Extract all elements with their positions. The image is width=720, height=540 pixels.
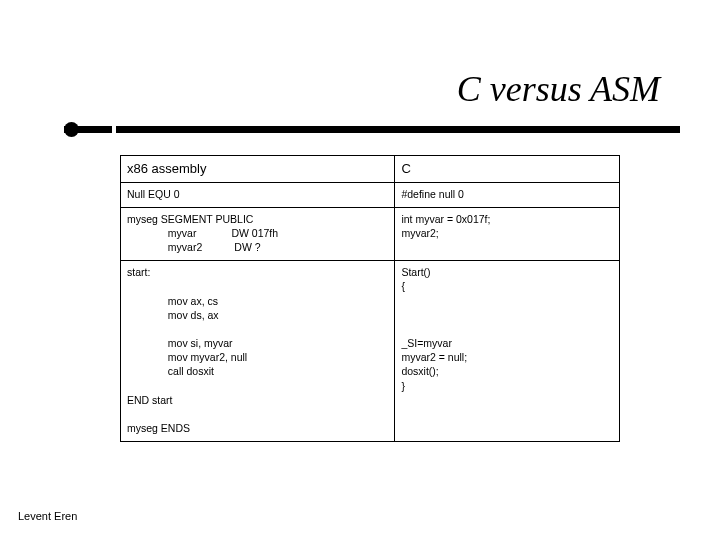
page-title: C versus ASM bbox=[457, 68, 660, 110]
footer-author: Levent Eren bbox=[18, 510, 77, 522]
rule-bar bbox=[64, 126, 680, 133]
table-row: start: mov ax, cs mov ds, ax mov si, myv… bbox=[121, 261, 620, 442]
table-row: myseg SEGMENT PUBLIC myvar DW 017fh myva… bbox=[121, 207, 620, 261]
rule-dot-icon bbox=[64, 122, 79, 137]
comparison-table: x86 assembly C Null EQU 0 #define null 0… bbox=[120, 155, 620, 442]
title-rule bbox=[64, 126, 680, 142]
table-row: Null EQU 0 #define null 0 bbox=[121, 182, 620, 207]
code-asm-3: start: mov ax, cs mov ds, ax mov si, myv… bbox=[127, 265, 388, 435]
cell-c-2: int myvar = 0x017f; myvar2; bbox=[395, 207, 620, 261]
code-c-1: #define null 0 bbox=[401, 187, 613, 201]
header-asm: x86 assembly bbox=[121, 156, 395, 183]
header-c: C bbox=[395, 156, 620, 183]
cell-asm-1: Null EQU 0 bbox=[121, 182, 395, 207]
code-c-3: Start() { _SI=myvar myvar2 = null; dosxi… bbox=[401, 265, 613, 393]
table-header-row: x86 assembly C bbox=[121, 156, 620, 183]
code-asm-1: Null EQU 0 bbox=[127, 187, 388, 201]
slide: C versus ASM x86 assembly C Null EQU 0 #… bbox=[0, 0, 720, 540]
cell-c-1: #define null 0 bbox=[395, 182, 620, 207]
cell-c-3: Start() { _SI=myvar myvar2 = null; dosxi… bbox=[395, 261, 620, 442]
cell-asm-3: start: mov ax, cs mov ds, ax mov si, myv… bbox=[121, 261, 395, 442]
cell-asm-2: myseg SEGMENT PUBLIC myvar DW 017fh myva… bbox=[121, 207, 395, 261]
rule-notch bbox=[112, 124, 116, 135]
code-asm-2: myseg SEGMENT PUBLIC myvar DW 017fh myva… bbox=[127, 212, 388, 255]
code-c-2: int myvar = 0x017f; myvar2; bbox=[401, 212, 613, 240]
